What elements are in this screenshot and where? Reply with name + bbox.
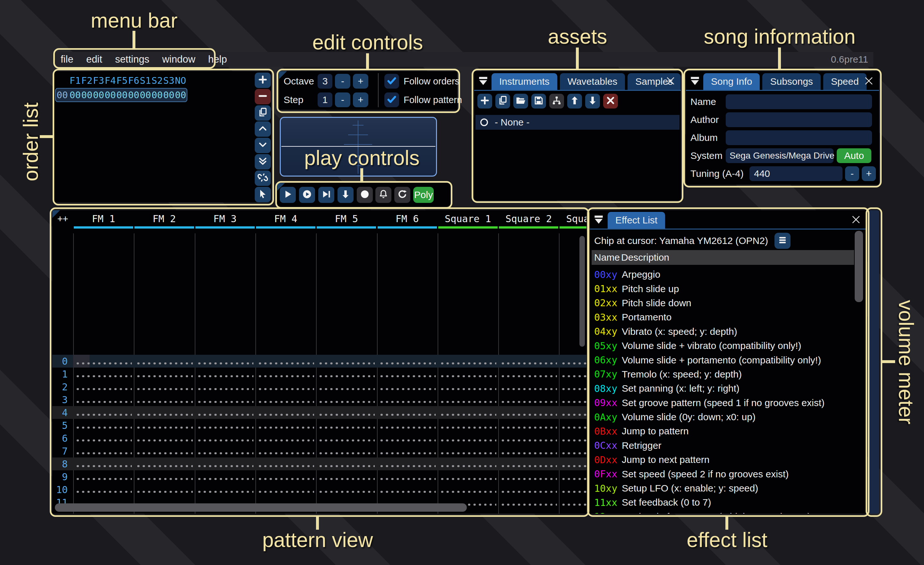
menu-item-edit[interactable]: edit: [86, 54, 102, 65]
asset-save-button[interactable]: [531, 94, 546, 108]
order-cell[interactable]: 00: [116, 88, 128, 102]
menu-item-window[interactable]: window: [162, 54, 195, 65]
tuning-increment-button[interactable]: +: [862, 166, 876, 181]
menu-item-file[interactable]: file: [61, 54, 74, 65]
metronome-button[interactable]: [375, 187, 392, 203]
order-col-header-F3[interactable]: F3: [93, 75, 105, 87]
follow-pattern-checkbox[interactable]: [384, 92, 399, 107]
order-cell[interactable]: 00: [163, 88, 175, 102]
order-duplicate-button[interactable]: [255, 105, 271, 121]
pattern-row-2[interactable]: 2: [52, 380, 586, 393]
effect-sort-button[interactable]: [774, 233, 790, 249]
menu-item-settings[interactable]: settings: [115, 54, 150, 65]
order-col-header-F2[interactable]: F2: [81, 75, 93, 87]
effect-row-04xy[interactable]: 04xyVibrato (x: speed; y: depth): [594, 325, 856, 339]
order-move-up-button[interactable]: [255, 121, 271, 137]
order-col-header-F5[interactable]: F5: [116, 75, 128, 87]
pattern-row-3[interactable]: 3: [52, 393, 586, 406]
channel-header-fm-1[interactable]: FM 1: [73, 212, 134, 225]
collapse-icon[interactable]: [592, 213, 605, 226]
stop-button[interactable]: [357, 187, 373, 203]
asset-tree-button[interactable]: [549, 94, 564, 108]
pattern-row-4[interactable]: 4: [52, 406, 586, 419]
close-icon[interactable]: [665, 75, 676, 87]
order-cell[interactable]: 00: [140, 88, 152, 102]
effect-row-09xx[interactable]: 09xxSet groove pattern (speed 1 if no gr…: [594, 396, 856, 410]
effect-row-12xx[interactable]: 12xxSet level of operator 1 (0 highest, …: [594, 510, 856, 514]
tab-subsongs[interactable]: Subsongs: [762, 73, 820, 90]
play-button[interactable]: [280, 187, 296, 203]
effect-row-05xy[interactable]: 05xyVolume slide + vibrato (compatibilit…: [594, 339, 856, 353]
octave-increment-button[interactable]: +: [353, 74, 368, 89]
effect-row-11xx[interactable]: 11xxSet feedback (0 to 7): [594, 495, 856, 509]
order-add-button[interactable]: [255, 72, 271, 88]
close-icon[interactable]: [850, 214, 862, 225]
effect-row-0Axy[interactable]: 0AxyVolume slide (0y: down; x0: up): [594, 410, 856, 424]
order-col-header-S1[interactable]: S1: [140, 75, 152, 87]
tuning-decrement-button[interactable]: -: [845, 166, 859, 181]
octave-input[interactable]: 3: [318, 74, 332, 89]
pattern-row-8[interactable]: 8: [52, 457, 586, 470]
play-repeat-button[interactable]: [299, 187, 315, 203]
system-select[interactable]: Sega Genesis/Mega Drive: [726, 148, 834, 163]
step-increment-button[interactable]: +: [353, 92, 368, 107]
effect-row-0Fxx[interactable]: 0FxxSet speed (speed 2 if no grooves exi…: [594, 467, 856, 481]
order-col-header-F1[interactable]: F1: [69, 75, 81, 87]
effect-list-scrollbar[interactable]: [855, 231, 863, 302]
collapse-icon[interactable]: [688, 75, 701, 87]
order-cell[interactable]: 00: [152, 88, 163, 102]
step-input[interactable]: 1: [318, 92, 332, 107]
order-col-header-S3[interactable]: S3: [163, 75, 175, 87]
pattern-row-7[interactable]: 7: [52, 445, 586, 457]
tab-instruments[interactable]: Instruments: [492, 73, 557, 90]
pattern-vscrollbar[interactable]: [579, 236, 585, 347]
order-duplicate-end-button[interactable]: [255, 154, 271, 170]
order-cell[interactable]: 00: [81, 88, 93, 102]
asset-delete-button[interactable]: [603, 94, 618, 108]
pattern-row-0[interactable]: 0: [52, 355, 586, 368]
tab-wavetables[interactable]: Wavetables: [560, 73, 625, 90]
tab-song-info[interactable]: Song Info: [703, 73, 760, 90]
order-cell[interactable]: 00: [93, 88, 105, 102]
effect-list-tab[interactable]: Effect List: [608, 212, 665, 228]
follow-orders-checkbox[interactable]: [384, 74, 399, 89]
channel-header-fm-6[interactable]: FM 6: [377, 212, 438, 225]
asset-add-button[interactable]: [477, 94, 492, 108]
order-deep-clone-button[interactable]: [255, 170, 271, 186]
order-remove-button[interactable]: [255, 89, 271, 104]
menu-item-help[interactable]: help: [208, 54, 227, 65]
album-input[interactable]: [726, 130, 872, 145]
pattern-row-9[interactable]: 9: [52, 470, 586, 483]
pattern-hscrollbar[interactable]: [55, 503, 467, 512]
tuning-input[interactable]: 440: [750, 166, 843, 181]
octave-decrement-button[interactable]: -: [335, 74, 350, 89]
order-col-header-F6[interactable]: F6: [128, 75, 140, 87]
name-input[interactable]: [726, 95, 872, 109]
pattern-row-6[interactable]: 6: [52, 432, 586, 445]
repeat-pattern-button[interactable]: [394, 187, 410, 203]
order-edit-mode-button[interactable]: [255, 187, 271, 202]
effect-row-10xy[interactable]: 10xySetup LFO (x: enable; y: speed): [594, 481, 856, 495]
channel-header-fm-3[interactable]: FM 3: [195, 212, 255, 225]
asset-open-button[interactable]: [513, 94, 528, 108]
asset-move-down-button[interactable]: [585, 94, 600, 108]
play-from-cursor-button[interactable]: [318, 187, 334, 203]
channel-header-fm-2[interactable]: FM 2: [134, 212, 194, 225]
order-move-down-button[interactable]: [255, 138, 271, 153]
order-col-header-NO[interactable]: NO: [175, 75, 187, 87]
author-input[interactable]: [726, 112, 872, 127]
order-cell[interactable]: 00: [69, 88, 81, 102]
channel-header-square-1[interactable]: Square 1: [438, 212, 498, 225]
pattern-row-1[interactable]: 1: [52, 368, 586, 380]
step-decrement-button[interactable]: -: [335, 92, 350, 107]
effect-row-0Dxx[interactable]: 0DxxJump to next pattern: [594, 453, 856, 467]
channel-header-square-2[interactable]: Square 2: [498, 212, 559, 225]
effect-row-03xx[interactable]: 03xxPortamento: [594, 310, 856, 324]
effect-table-header[interactable]: Name Description: [592, 250, 854, 265]
channel-header-fm-4[interactable]: FM 4: [255, 212, 316, 225]
effect-row-00xy[interactable]: 00xyArpeggio: [594, 267, 856, 281]
effect-row-02xx[interactable]: 02xxPitch slide down: [594, 296, 856, 310]
pattern-view-window[interactable]: ++ FM 1FM 2FM 3FM 4FM 5FM 6Square 1Squar…: [52, 210, 586, 514]
order-cell[interactable]: 00: [105, 88, 117, 102]
order-cell[interactable]: 00: [128, 88, 140, 102]
